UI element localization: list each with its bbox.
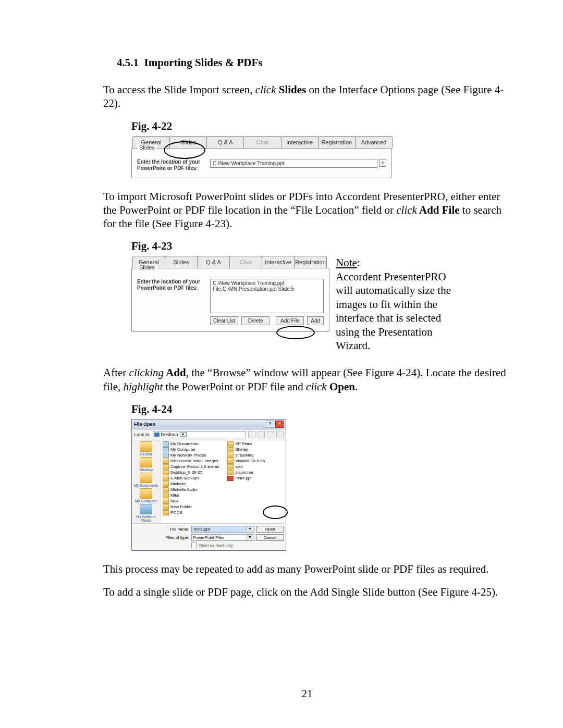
- add-button[interactable]: Add: [307, 316, 324, 325]
- clear-list-button[interactable]: Clear List: [210, 316, 238, 325]
- file-item[interactable]: web: [227, 464, 265, 470]
- tab-qa[interactable]: Q & A: [206, 136, 244, 148]
- tab-registration[interactable]: Registration: [294, 256, 327, 268]
- tab-registration[interactable]: Registration: [318, 136, 356, 148]
- file-item[interactable]: My Network Places: [163, 453, 219, 458]
- desktop-icon: [154, 433, 160, 437]
- tab-interactive[interactable]: Interactive: [262, 256, 295, 268]
- folder-icon: [163, 470, 169, 475]
- file-item[interactable]: Mike: [163, 493, 219, 498]
- add-plus-button[interactable]: +: [379, 159, 386, 167]
- folder-icon: [163, 459, 169, 464]
- folder-icon: [163, 493, 169, 498]
- folder-icon: [227, 441, 234, 447]
- paragraph-1: To access the Slide Import screen, click…: [103, 83, 511, 110]
- places-my-documents[interactable]: My Documents: [134, 473, 158, 487]
- file-item[interactable]: New Folder: [163, 504, 219, 510]
- chevron-down-icon[interactable]: ▼: [247, 535, 253, 540]
- places-desktop[interactable]: Desktop: [139, 457, 153, 472]
- views-icon[interactable]: [276, 431, 284, 438]
- folder-icon: [163, 487, 169, 492]
- tab-slides[interactable]: Slides: [169, 136, 207, 148]
- file-item[interactable]: Michelle Audio: [163, 487, 219, 492]
- add-file-button[interactable]: Add File: [276, 316, 304, 325]
- paragraph-4: This process may be repeated to add as m…: [103, 562, 511, 576]
- folder-icon: [163, 482, 169, 487]
- fig-4-23: General Slides Q & A Chat Interactive Re…: [131, 256, 329, 332]
- tab-slides[interactable]: Slides: [165, 256, 198, 268]
- tab-qa[interactable]: Q & A: [197, 256, 230, 268]
- file-item[interactable]: PNM.ppt: [227, 476, 265, 481]
- fig-4-22: General Slides Q & A Chat Interactive Re…: [131, 136, 392, 178]
- file-item[interactable]: Desktop_9-28-05: [163, 470, 219, 475]
- section-number: 4.5.1: [117, 56, 139, 69]
- folder-icon: [163, 464, 169, 470]
- tab-interactive[interactable]: Interactive: [281, 136, 319, 148]
- file-item[interactable]: streaming: [227, 453, 265, 458]
- paragraph-5: To add a single slide or PDF page, click…: [103, 585, 511, 599]
- folder-icon: [140, 504, 152, 514]
- section-heading: 4.5.1 Importing Slides & PDFs: [117, 56, 511, 69]
- folder-icon: [163, 504, 169, 510]
- tab-advanced[interactable]: Advanced: [355, 136, 393, 148]
- fig-4-23-label: Fig. 4-23: [131, 240, 511, 253]
- file-item[interactable]: MSI: [163, 499, 219, 504]
- file-item[interactable]: Blackboard Install Images: [163, 459, 219, 464]
- file-location-label: Enter the location of your PowerPoint or…: [137, 159, 210, 171]
- folder-icon: [163, 510, 169, 515]
- dialog-title: File Open: [134, 422, 155, 427]
- delete-button[interactable]: Delete: [241, 316, 270, 325]
- folder-icon: [227, 453, 234, 458]
- checkbox-icon: [191, 542, 197, 548]
- folder-icon: [140, 473, 152, 483]
- folder-icon: [163, 476, 169, 481]
- file-item[interactable]: E-Mail Backups: [163, 476, 219, 481]
- folder-icon: [140, 457, 152, 467]
- slides-legend: Slides: [137, 264, 157, 270]
- file-item[interactable]: PODS: [163, 510, 219, 515]
- file-item[interactable]: zlauncher: [227, 470, 265, 475]
- file-location-input[interactable]: C:\New Workplace Training.ppt: [210, 159, 377, 168]
- readonly-checkbox[interactable]: Open as read-only: [191, 542, 284, 548]
- file-item[interactable]: VisionRGB 6.06: [227, 459, 265, 464]
- lookin-combo[interactable]: Desktop ▼: [153, 431, 246, 438]
- system-icon: [163, 453, 169, 458]
- fig-4-24-label: Fig. 4-24: [131, 403, 511, 416]
- places-my-computer[interactable]: My Computer: [135, 488, 157, 503]
- section-title: Importing Slides & PDFs: [144, 56, 263, 69]
- cancel-button[interactable]: Cancel: [256, 534, 284, 541]
- file-item[interactable]: SF Plans: [227, 441, 265, 447]
- folder-icon: [227, 447, 234, 452]
- folder-icon: [140, 488, 152, 499]
- up-icon[interactable]: [258, 431, 265, 438]
- open-button[interactable]: Open: [256, 526, 284, 533]
- folder-icon: [140, 441, 152, 452]
- file-item[interactable]: My Documents: [163, 441, 219, 447]
- file-item[interactable]: My Computer: [163, 447, 219, 452]
- filename-input[interactable]: Test1.ppt ▼: [191, 526, 254, 533]
- chevron-down-icon[interactable]: ▼: [180, 432, 187, 437]
- places-my-network-places[interactable]: My Network Places: [132, 504, 160, 522]
- help-icon[interactable]: ?: [266, 421, 274, 428]
- system-icon: [163, 447, 169, 452]
- back-icon[interactable]: [248, 431, 255, 438]
- paragraph-2: To import Microsoft PowerPoint slides or…: [103, 190, 511, 231]
- file-list[interactable]: C:\New Workplace Training.ppt File:C:\MN…: [210, 279, 324, 313]
- places-recent[interactable]: Recent: [140, 441, 152, 456]
- file-item[interactable]: Shirley: [227, 447, 265, 452]
- page-number: 21: [103, 687, 511, 700]
- file-location-label: Enter the location of your PowerPoint or…: [137, 279, 210, 291]
- file-item[interactable]: Capture Station 1.5-extras: [163, 464, 219, 470]
- close-icon[interactable]: ×: [275, 421, 284, 428]
- ppt-icon: [227, 476, 234, 481]
- chevron-down-icon[interactable]: ▼: [247, 527, 253, 532]
- tab-chat[interactable]: Chat: [229, 256, 262, 268]
- lookin-label: Look in:: [134, 432, 151, 437]
- file-item[interactable]: Michelle: [163, 482, 219, 487]
- folder-icon: [227, 464, 234, 470]
- filetype-combo[interactable]: PowerPoint Files ▼: [191, 534, 254, 541]
- tab-chat[interactable]: Chat: [243, 136, 281, 148]
- folder-icon: [227, 459, 234, 464]
- note-text: Note: Accordent PresenterPRO will automa…: [336, 256, 456, 352]
- new-folder-icon[interactable]: [267, 431, 274, 438]
